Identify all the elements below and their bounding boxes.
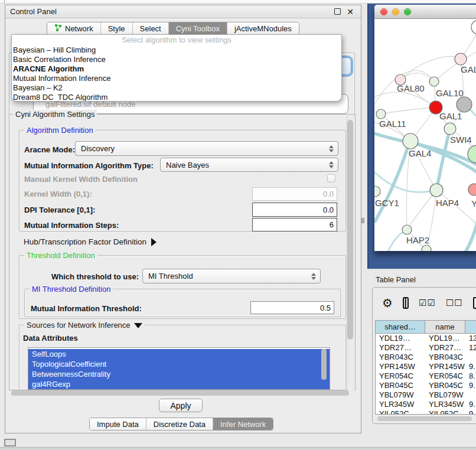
node-label: HAP2	[406, 235, 429, 245]
dpi-tolerance-value: 0.0	[323, 206, 334, 214]
cyni-mode-tab[interactable]: Impute Data	[90, 418, 146, 430]
table-panel-region: Table Panel ⚙ ☑☑ ☐☐ shared… name A YDL19…	[367, 269, 476, 450]
table-header-row: shared… name A	[376, 321, 476, 334]
aracne-mode-select[interactable]: Discovery	[75, 141, 338, 156]
cell-value: 9.	[465, 400, 476, 409]
settings-vertical-scrollbar[interactable]	[347, 115, 354, 390]
control-panel-window: Control Panel ✕ Network Style Select Cyn…	[5, 5, 361, 433]
kernel-width-field[interactable]: 0.0	[252, 187, 337, 201]
table-row[interactable]: YBR045C YBR045C 9.	[376, 381, 476, 390]
node-pink-strong[interactable]	[468, 184, 476, 195]
column-header-name[interactable]: name	[425, 321, 465, 333]
settings-horizontal-scroll-thumb[interactable]	[11, 390, 349, 396]
dropdown-item[interactable]: Dream8 DC_TDC Algorithm	[12, 93, 341, 102]
cyni-mode-tab[interactable]: Infer Network	[213, 418, 273, 430]
minimize-window-icon[interactable]	[392, 8, 399, 15]
node-white[interactable]	[471, 20, 476, 34]
panel-tab-label: Cyni Toolbox	[176, 24, 220, 33]
panel-divider-grip[interactable]	[361, 218, 364, 223]
mi-type-select[interactable]: Naive Bayes	[160, 158, 338, 172]
panel-tab[interactable]: Style	[100, 22, 132, 34]
mi-threshold-label: Mutual Information Threshold:	[31, 304, 142, 313]
manual-kernel-checkbox[interactable]	[327, 174, 335, 182]
node-green[interactable]	[429, 77, 439, 86]
cell-shared-name: YPR145W	[376, 362, 425, 371]
table-panel-title: Table Panel	[376, 275, 416, 284]
dropdown-item[interactable]: Basic Correlation Inference	[12, 55, 341, 64]
sources-title[interactable]: Sources for Network Inference	[24, 321, 145, 330]
kernel-width-label: Kernel Width (0,1):	[24, 190, 92, 198]
table-row[interactable]: YER054C YER054C 8.	[376, 371, 476, 381]
node-gal4[interactable]	[403, 133, 418, 149]
gear-icon[interactable]: ⚙	[382, 296, 393, 310]
panel-tab[interactable]: Select	[132, 22, 168, 34]
network-window-titlebar[interactable]	[374, 5, 476, 19]
table-row[interactable]: YDR27… YDR27… 12	[376, 343, 476, 353]
attribute-list-item[interactable]: gal4RGexp	[28, 379, 330, 389]
column-header-partial[interactable]: A	[465, 321, 476, 333]
table-row[interactable]: YIL052C YIL052C 9	[376, 409, 476, 414]
attribute-list-item[interactable]: BetweennessCentrality	[28, 369, 330, 379]
columns-icon[interactable]	[403, 297, 409, 309]
node-pink[interactable]	[455, 53, 467, 65]
control-panel-titlebar: Control Panel ✕	[5, 5, 361, 18]
dropdown-item[interactable]: Bayesian – Hill Climbing	[12, 45, 341, 55]
cyni-mode-tab-label: Discretize Data	[154, 420, 206, 429]
node-hap2[interactable]	[402, 225, 412, 234]
kernel-width-value: 0.0	[323, 190, 334, 198]
select-all-checkboxes-icon[interactable]: ☑☑	[419, 298, 436, 308]
node-label: GAL4	[409, 148, 431, 158]
table-horizontal-scroll-thumb[interactable]	[377, 416, 472, 421]
network-canvas[interactable]: GAL GAL80 GAL10 GAL1 GAL11 SWI4 GAL4 GCY…	[374, 19, 476, 251]
table-row[interactable]: YBL079W YBL079W	[376, 390, 476, 400]
table-row[interactable]: YDL19… YDL19… 13	[376, 334, 476, 343]
cell-value: 13	[465, 334, 476, 343]
cell-value: 12	[465, 343, 476, 353]
which-threshold-select[interactable]: MI Threshold	[142, 269, 321, 283]
dropdown-item-list: Bayesian – Hill ClimbingBasic Correlatio…	[12, 45, 341, 102]
column-header-shared-name[interactable]: shared…	[376, 321, 425, 333]
hub-definition-expander[interactable]: Hub/Transcription Factor Definition	[24, 237, 157, 246]
table-body: YDL19… YDL19… 13 YDR27… YDR27… 12 YBR043…	[376, 334, 476, 414]
node-gcy1[interactable]	[374, 186, 380, 197]
hub-definition-label: Hub/Transcription Factor Definition	[24, 237, 146, 246]
file-icon[interactable]	[473, 297, 476, 309]
cell-shared-name: YDR27…	[376, 343, 425, 353]
list-scrollbar-thumb[interactable]	[321, 349, 327, 380]
threshold-definition-title: Threshold Definition	[24, 251, 97, 260]
attribute-list-item[interactable]: TopologicalCoefficient	[28, 359, 330, 369]
dpi-tolerance-field[interactable]: 0.0	[252, 203, 337, 217]
network-desktop-area: GAL GAL80 GAL10 GAL1 GAL11 SWI4 GAL4 GCY…	[367, 4, 476, 269]
attribute-list-item[interactable]: SelfLoops	[28, 349, 330, 359]
minimized-panel-tab[interactable]	[4, 439, 16, 446]
table-row[interactable]: YLR345W YLR345W 9.	[376, 400, 476, 409]
panel-tab[interactable]: Cyni Toolbox	[168, 22, 227, 34]
mi-steps-field[interactable]: 6	[252, 218, 337, 231]
cell-name: YBR045C	[425, 381, 465, 390]
apply-button[interactable]: Apply	[159, 399, 203, 412]
float-panel-icon[interactable]	[334, 8, 341, 15]
mi-threshold-field[interactable]: 0.5	[250, 301, 334, 314]
deselect-all-checkboxes-icon[interactable]: ☐☐	[446, 298, 463, 308]
dropdown-item[interactable]: Mutual Information Inference	[12, 74, 341, 83]
cell-name: YBR043C	[425, 353, 465, 362]
cyni-mode-tab[interactable]: Discretize Data	[146, 418, 213, 430]
dropdown-item[interactable]: Bayesian – K2	[12, 83, 341, 93]
stepper-arrows-icon	[329, 145, 334, 152]
settings-vertical-scroll-thumb[interactable]	[347, 120, 353, 340]
table-row[interactable]: YBR043C YBR043C	[376, 353, 476, 362]
close-window-icon[interactable]	[380, 8, 387, 15]
close-panel-icon[interactable]: ✕	[347, 6, 354, 17]
toolbar-divider	[4, 0, 5, 3]
node-gal10[interactable]	[457, 97, 472, 112]
cell-value	[465, 390, 476, 400]
dropdown-item[interactable]: ARACNE Algorithm	[12, 64, 341, 74]
zoom-window-icon[interactable]	[404, 8, 411, 15]
panel-tab[interactable]: Network	[47, 22, 100, 34]
node-gal1[interactable]	[444, 123, 456, 135]
panel-tab[interactable]: jActiveMNodules	[227, 22, 299, 34]
node-green-bottom[interactable]	[422, 245, 431, 251]
node-gal11[interactable]	[376, 109, 386, 119]
table-row[interactable]: YPR145W YPR145W 9.	[376, 362, 476, 371]
node-hap4[interactable]	[430, 184, 443, 197]
